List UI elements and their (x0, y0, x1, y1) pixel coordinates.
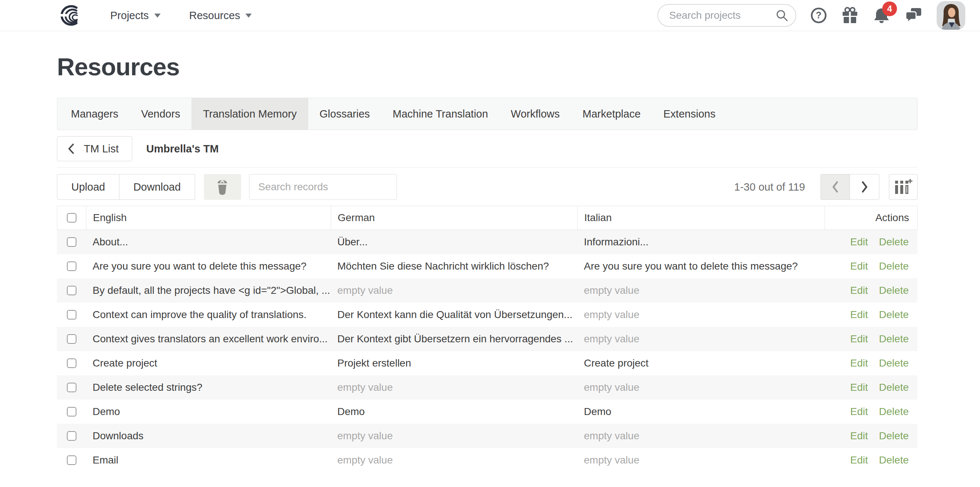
row-actions: Edit Delete (824, 260, 917, 272)
manage-columns-button[interactable] (889, 174, 918, 200)
row-checkbox[interactable] (67, 359, 76, 368)
delete-link[interactable]: Delete (879, 357, 909, 369)
edit-link[interactable]: Edit (850, 454, 868, 466)
tab-vendors[interactable]: Vendors (130, 98, 191, 130)
projects-search-input[interactable] (668, 9, 776, 22)
row-checkbox[interactable] (67, 237, 76, 247)
tab-extensions[interactable]: Extensions (652, 98, 727, 130)
select-all-checkbox[interactable] (67, 213, 76, 222)
records-search-input[interactable] (249, 174, 397, 200)
row-checkbox-cell (57, 334, 86, 344)
edit-link[interactable]: Edit (850, 333, 868, 345)
delete-selected-button[interactable] (204, 174, 241, 200)
cell-german: Möchten Sie diese Nachricht wirklich lös… (331, 260, 577, 272)
tab-glossaries[interactable]: Glossaries (308, 98, 382, 130)
edit-link[interactable]: Edit (850, 260, 868, 272)
tab-marketplace[interactable]: Marketplace (571, 98, 652, 130)
delete-link[interactable]: Delete (879, 382, 909, 393)
cell-english: Are you sure you want to delete this mes… (86, 260, 331, 272)
delete-link[interactable]: Delete (879, 285, 909, 297)
row-actions: Edit Delete (824, 309, 917, 320)
svg-text:?: ? (816, 10, 821, 20)
delete-link[interactable]: Delete (879, 406, 909, 417)
cell-english: Email (86, 454, 331, 466)
messages-button[interactable] (904, 6, 923, 24)
user-avatar[interactable] (937, 1, 965, 30)
search-icon (776, 9, 788, 22)
row-checkbox[interactable] (67, 455, 76, 465)
delete-link[interactable]: Delete (879, 430, 909, 442)
cell-italian: empty value (577, 382, 824, 393)
trash-icon (214, 178, 231, 196)
column-header-german: German (331, 206, 578, 230)
edit-link[interactable]: Edit (850, 309, 868, 320)
nav-item-label: Resources (189, 10, 240, 22)
cell-german: Demo (331, 406, 577, 417)
back-to-tm-list-button[interactable]: TM List (57, 136, 132, 161)
row-checkbox[interactable] (67, 431, 76, 441)
app-logo-icon[interactable] (58, 5, 81, 26)
row-checkbox-cell (57, 310, 86, 319)
delete-link[interactable]: Delete (879, 309, 909, 320)
tab-machine-translation[interactable]: Machine Translation (382, 98, 500, 130)
table-row: Delete selected strings? empty value emp… (57, 375, 918, 400)
row-checkbox[interactable] (67, 383, 76, 392)
tab-workflows[interactable]: Workflows (500, 98, 571, 130)
table-row: Downloads empty value empty value Edit D… (57, 424, 918, 448)
chevron-left-icon (68, 143, 74, 154)
previous-page-button[interactable] (821, 174, 850, 200)
cell-english: Demo (86, 406, 331, 417)
edit-link[interactable]: Edit (850, 406, 868, 417)
gift-icon (841, 6, 859, 24)
cell-english: Delete selected strings? (86, 382, 331, 393)
breadcrumb: TM List Umbrella's TM (57, 130, 918, 168)
row-checkbox[interactable] (67, 407, 76, 417)
row-actions: Edit Delete (824, 454, 917, 466)
table-header: English German Italian Actions (57, 206, 918, 230)
edit-link[interactable]: Edit (850, 430, 868, 442)
cell-german: Projekt erstellen (331, 357, 577, 369)
next-page-button[interactable] (850, 174, 879, 200)
delete-link[interactable]: Delete (879, 236, 909, 248)
row-checkbox[interactable] (67, 310, 76, 319)
row-checkbox[interactable] (67, 262, 76, 271)
upload-button[interactable]: Upload (57, 174, 119, 200)
chat-icon (904, 6, 923, 24)
page-title: Resources (57, 52, 918, 81)
row-checkbox[interactable] (67, 334, 76, 344)
tab-translation-memory[interactable]: Translation Memory (191, 98, 308, 130)
nav-item-resources[interactable]: Resources (189, 10, 252, 22)
tab-managers[interactable]: Managers (59, 98, 130, 130)
chevron-right-icon (861, 181, 869, 193)
page-content: Resources Managers Vendors Translation M… (57, 52, 918, 472)
chevron-down-icon (154, 14, 161, 17)
cell-italian: Are you sure you want to delete this mes… (577, 260, 824, 272)
delete-link[interactable]: Delete (879, 260, 909, 272)
row-checkbox-cell (57, 455, 86, 465)
upload-download-group: Upload Download (57, 174, 195, 200)
back-button-label: TM List (84, 143, 119, 155)
gift-button[interactable] (841, 6, 859, 24)
download-button[interactable]: Download (119, 174, 195, 200)
notifications-button[interactable]: 4 (873, 6, 890, 24)
delete-link[interactable]: Delete (879, 333, 909, 345)
edit-link[interactable]: Edit (850, 357, 868, 369)
table-row: Email empty value empty value Edit Delet… (57, 448, 918, 472)
row-actions: Edit Delete (824, 382, 917, 393)
edit-link[interactable]: Edit (850, 236, 868, 248)
help-button[interactable]: ? (810, 7, 827, 24)
cell-german: Über... (331, 236, 577, 248)
edit-link[interactable]: Edit (850, 285, 868, 297)
tm-records-table: English German Italian Actions About... … (57, 206, 918, 472)
row-checkbox-cell (57, 359, 86, 368)
delete-link[interactable]: Delete (879, 454, 909, 466)
resources-tabbar: Managers Vendors Translation Memory Glos… (57, 98, 918, 130)
projects-search (657, 4, 796, 27)
cell-italian: empty value (577, 285, 824, 297)
row-checkbox-cell (57, 262, 86, 271)
chevron-left-icon (831, 181, 839, 193)
nav-item-projects[interactable]: Projects (110, 10, 161, 22)
edit-link[interactable]: Edit (850, 382, 868, 393)
row-checkbox[interactable] (67, 286, 76, 295)
chevron-down-icon (245, 14, 252, 17)
